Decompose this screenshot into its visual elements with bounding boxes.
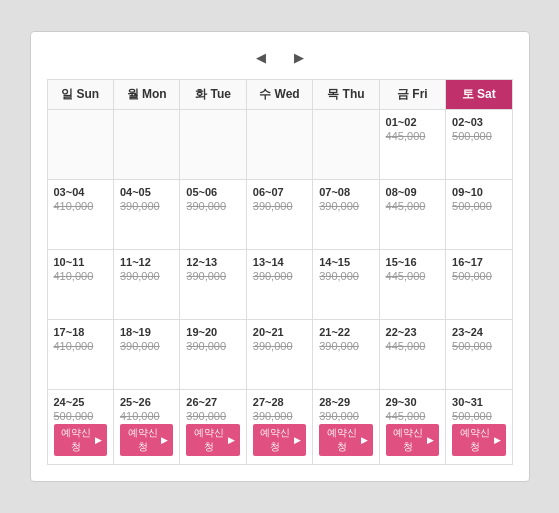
price: 445,000	[386, 130, 439, 142]
day-range: 09~10	[452, 186, 505, 198]
price: 445,000	[386, 410, 439, 422]
book-button[interactable]: 예약신청▶	[186, 424, 239, 456]
calendar-week-3: 17~18410,00018~19390,00019~20390,00020~2…	[47, 320, 512, 390]
day-range: 17~18	[54, 326, 107, 338]
price: 445,000	[386, 200, 439, 212]
day-range: 24~25	[54, 396, 107, 408]
day-range: 26~27	[186, 396, 239, 408]
price: 445,000	[386, 270, 439, 282]
calendar-cell: 30~31500,000예약신청▶	[446, 390, 512, 465]
calendar-cell: 09~10500,000	[446, 180, 512, 250]
calendar-cell: 24~25500,000예약신청▶	[47, 390, 113, 465]
book-arrow-icon: ▶	[228, 435, 235, 445]
calendar-cell: 06~07390,000	[246, 180, 312, 250]
price: 390,000	[253, 200, 306, 212]
calendar-cell: 10~11410,000	[47, 250, 113, 320]
day-range: 04~05	[120, 186, 173, 198]
day-range: 13~14	[253, 256, 306, 268]
calendar-cell: 28~29390,000예약신청▶	[313, 390, 379, 465]
book-button[interactable]: 예약신청▶	[253, 424, 306, 456]
day-range: 11~12	[120, 256, 173, 268]
price: 500,000	[452, 200, 505, 212]
book-button[interactable]: 예약신청▶	[120, 424, 173, 456]
calendar-table: 일 Sun월 Mon화 Tue수 Wed목 Thu금 Fri토 Sat 01~0…	[47, 79, 513, 465]
weekday-header-6: 토 Sat	[446, 80, 512, 110]
calendar-week-1: 03~04410,00004~05390,00005~06390,00006~0…	[47, 180, 512, 250]
price: 390,000	[319, 270, 372, 282]
weekday-header-row: 일 Sun월 Mon화 Tue수 Wed목 Thu금 Fri토 Sat	[47, 80, 512, 110]
price: 445,000	[386, 340, 439, 352]
calendar-cell: 02~03500,000	[446, 110, 512, 180]
price: 390,000	[186, 410, 239, 422]
calendar-cell: 19~20390,000	[180, 320, 246, 390]
weekday-header-4: 목 Thu	[313, 80, 379, 110]
day-range: 29~30	[386, 396, 439, 408]
weekday-header-0: 일 Sun	[47, 80, 113, 110]
day-range: 14~15	[319, 256, 372, 268]
calendar-cell: 12~13390,000	[180, 250, 246, 320]
calendar-cell: 04~05390,000	[113, 180, 179, 250]
day-range: 01~02	[386, 116, 439, 128]
calendar-cell: 29~30445,000예약신청▶	[379, 390, 445, 465]
weekday-header-5: 금 Fri	[379, 80, 445, 110]
book-button[interactable]: 예약신청▶	[452, 424, 505, 456]
price: 390,000	[253, 410, 306, 422]
next-chevron-icon: ▶	[294, 50, 304, 65]
book-button[interactable]: 예약신청▶	[54, 424, 107, 456]
calendar-cell	[180, 110, 246, 180]
calendar-cell	[47, 110, 113, 180]
calendar-cell	[246, 110, 312, 180]
price: 390,000	[253, 340, 306, 352]
calendar-cell: 22~23445,000	[379, 320, 445, 390]
calendar-cell: 26~27390,000예약신청▶	[180, 390, 246, 465]
price: 410,000	[54, 270, 107, 282]
calendar-cell: 14~15390,000	[313, 250, 379, 320]
day-range: 19~20	[186, 326, 239, 338]
weekday-header-3: 수 Wed	[246, 80, 312, 110]
price: 390,000	[120, 340, 173, 352]
price: 390,000	[120, 200, 173, 212]
calendar-cell	[113, 110, 179, 180]
calendar-cell: 20~21390,000	[246, 320, 312, 390]
price: 410,000	[54, 340, 107, 352]
day-range: 20~21	[253, 326, 306, 338]
price: 390,000	[186, 340, 239, 352]
calendar-cell: 05~06390,000	[180, 180, 246, 250]
book-button[interactable]: 예약신청▶	[319, 424, 372, 456]
calendar-cell: 11~12390,000	[113, 250, 179, 320]
book-button[interactable]: 예약신청▶	[386, 424, 439, 456]
next-month-button[interactable]: ▶	[288, 48, 308, 67]
price: 410,000	[120, 410, 173, 422]
calendar-cell: 25~26410,000예약신청▶	[113, 390, 179, 465]
price: 390,000	[319, 340, 372, 352]
price: 390,000	[253, 270, 306, 282]
day-range: 23~24	[452, 326, 505, 338]
prev-month-button[interactable]: ◀	[252, 48, 272, 67]
price: 500,000	[54, 410, 107, 422]
book-arrow-icon: ▶	[494, 435, 501, 445]
price: 500,000	[452, 410, 505, 422]
day-range: 08~09	[386, 186, 439, 198]
calendar-cell: 01~02445,000	[379, 110, 445, 180]
day-range: 06~07	[253, 186, 306, 198]
day-range: 21~22	[319, 326, 372, 338]
day-range: 30~31	[452, 396, 505, 408]
day-range: 07~08	[319, 186, 372, 198]
day-range: 05~06	[186, 186, 239, 198]
book-arrow-icon: ▶	[427, 435, 434, 445]
book-arrow-icon: ▶	[361, 435, 368, 445]
day-range: 22~23	[386, 326, 439, 338]
prev-chevron-icon: ◀	[256, 50, 266, 65]
day-range: 25~26	[120, 396, 173, 408]
day-range: 28~29	[319, 396, 372, 408]
price: 390,000	[186, 270, 239, 282]
calendar-week-0: 01~02445,00002~03500,000	[47, 110, 512, 180]
calendar-cell	[313, 110, 379, 180]
day-range: 02~03	[452, 116, 505, 128]
calendar-cell: 27~28390,000예약신청▶	[246, 390, 312, 465]
weekday-header-2: 화 Tue	[180, 80, 246, 110]
book-arrow-icon: ▶	[294, 435, 301, 445]
calendar-cell: 21~22390,000	[313, 320, 379, 390]
day-range: 10~11	[54, 256, 107, 268]
calendar-cell: 23~24500,000	[446, 320, 512, 390]
